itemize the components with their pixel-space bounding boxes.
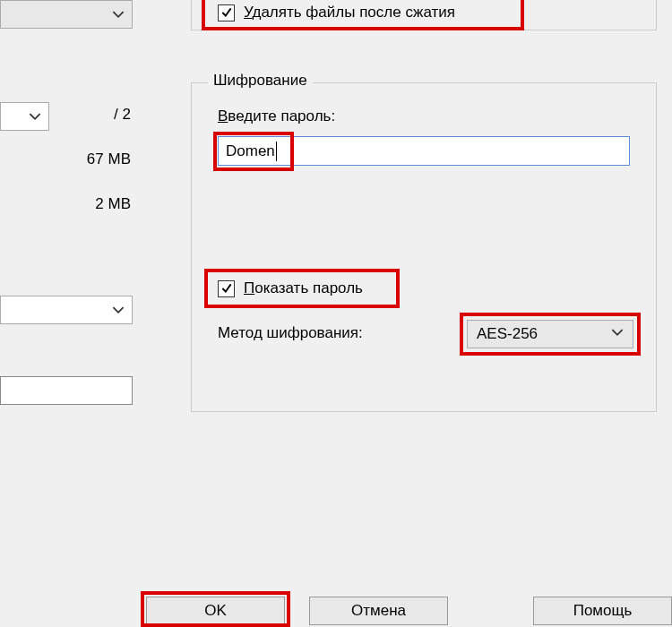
checkbox-icon	[218, 280, 235, 297]
text-cursor-icon	[276, 142, 277, 161]
chevron-down-icon	[112, 304, 125, 316]
delete-after-compress-label: Удалять файлы после сжатия	[244, 4, 455, 21]
encryption-method-value: AES-256	[477, 325, 538, 343]
show-password-label: Показать пароль	[244, 279, 363, 297]
chevron-down-icon	[611, 325, 624, 343]
size-67mb-label: 67 MB	[54, 150, 131, 168]
password-input[interactable]: Domen	[218, 136, 630, 166]
cancel-button-label: Отмена	[351, 602, 406, 620]
size-2mb-label: 2 MB	[54, 195, 131, 213]
chevron-down-icon	[29, 110, 41, 123]
checkbox-icon	[218, 4, 235, 21]
delete-after-compress-checkbox[interactable]: Удалять файлы после сжатия	[218, 4, 455, 21]
show-password-checkbox[interactable]: Показать пароль	[218, 279, 363, 297]
password-value: Domen	[226, 142, 275, 160]
left-combo-2[interactable]	[0, 0, 133, 29]
encryption-group	[191, 82, 657, 412]
ok-button-label: OK	[204, 602, 227, 620]
left-input[interactable]	[0, 376, 133, 405]
cancel-button[interactable]: Отмена	[309, 597, 448, 625]
encryption-method-label: Метод шифрования:	[218, 324, 363, 342]
help-button-label: Помощь	[573, 602, 633, 620]
ok-button[interactable]: OK	[146, 597, 285, 625]
left-small-combo[interactable]	[0, 102, 49, 131]
chevron-down-icon	[112, 8, 125, 21]
left-combo-3[interactable]	[0, 296, 133, 324]
divide-by-2-label: / 2	[54, 106, 131, 124]
enter-password-label: Введите пароль:	[218, 107, 335, 125]
encryption-method-dropdown[interactable]: AES-256	[467, 320, 633, 348]
encryption-group-title: Шифрование	[208, 72, 313, 90]
help-button[interactable]: Помощь	[533, 597, 672, 625]
